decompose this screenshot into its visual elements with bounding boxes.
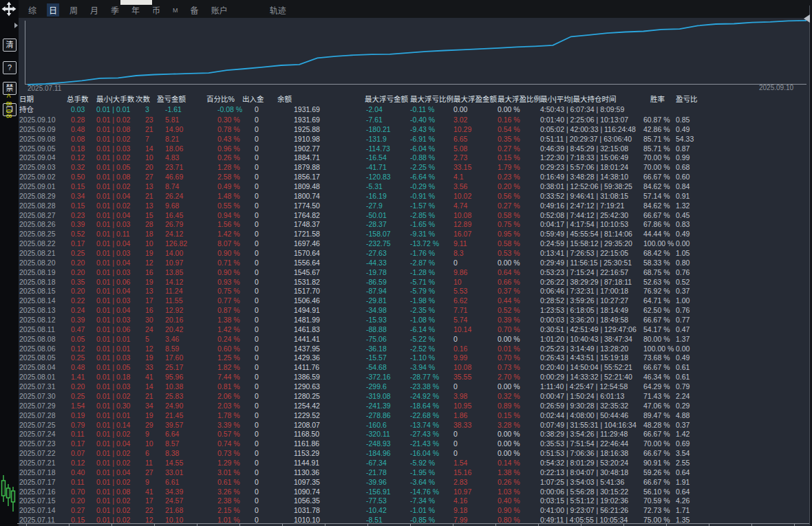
cell-max_float_profit: 3.98 [453, 392, 498, 402]
table-row[interactable]: 2025.09.100.280.01 | 0.02235.810.30 %019… [0, 116, 809, 125]
table-row[interactable]: 2025.08.270.230.01 | 0.041516.450.94 %01… [0, 211, 809, 221]
table-row[interactable]: 2025.08.011.410.01 | 0.184195.967.44 %01… [0, 373, 809, 382]
table-row[interactable]: 2025.09.040.120.01 | 0.02104.830.26 %018… [0, 153, 809, 163]
table-row[interactable]: 2025.08.130.240.01 | 0.041612.920.87 %01… [0, 306, 809, 316]
table-row[interactable]: 2025.07.210.120.01 | 0.021114.551.29 %01… [0, 459, 809, 468]
table-row[interactable]: 2025.08.280.150.01 | 0.02139.680.55 %017… [0, 201, 809, 211]
cell-max_float_loss: -15.93 [365, 316, 410, 325]
table-row[interactable]: 2025.08.050.250.01 | 0.031917.601.25 %01… [0, 353, 809, 363]
table-row[interactable]: 2025.09.090.480.01 | 0.082114.900.78 %01… [0, 125, 809, 135]
menu-item-备[interactable]: 备 [189, 3, 201, 17]
cell-max_float_profit: 4.74 [453, 201, 498, 211]
table-row[interactable]: 2025.08.120.390.01 | 0.033020.161.38 %01… [0, 316, 809, 325]
cell-min_max_lots: 0.01 | 0.08 [96, 173, 136, 182]
sidebar-expand-arrow-icon[interactable] [14, 23, 18, 28]
menu-item-年[interactable]: 年 [129, 3, 142, 17]
table-row[interactable]: 2025.09.080.080.01 | 0.0278.210.43 %0191… [0, 135, 809, 144]
table-row[interactable]: 2025.08.150.200.01 | 0.041311.240.75 %01… [0, 287, 809, 296]
cell-date: 2025.08.28 [19, 201, 67, 211]
menu-item-账户[interactable]: 账户 [209, 3, 230, 17]
table-row[interactable]: 2025.08.080.050.01 | 0.0153.460.24 %0144… [0, 335, 809, 344]
cell-max_float_loss: -27.9 [365, 201, 410, 211]
table-row[interactable]: 2025.08.140.220.01 | 0.031711.550.77 %01… [0, 296, 809, 306]
table-row[interactable]: 2025.08.290.340.01 | 0.042126.241.48 %01… [0, 192, 809, 201]
cell-win_rate: 66.67 % [643, 478, 676, 487]
table-row[interactable]: 2025.08.060.120.01 | 0.01128.590.60 %014… [0, 344, 809, 354]
menu-item-综[interactable]: 综 [26, 3, 39, 17]
table-row[interactable]: 2025.08.260.390.01 | 0.032826.791.56 %01… [0, 220, 809, 230]
table-row[interactable]: 2025.07.150.200.01 | 0.021724.572.38 %01… [0, 496, 809, 506]
cell-balance: 1153.29 [277, 449, 365, 459]
cell-win_rate: 47.06 % [643, 402, 676, 411]
cell-max_float_profit: 6.62 [453, 296, 498, 306]
cell-total_lots: 0.12 [67, 153, 96, 163]
cell-min_max_lots: 0.01 | 0.03 [96, 144, 136, 154]
table-row[interactable]: 2025.07.310.200.01 | 0.031410.380.81 %01… [0, 382, 809, 392]
header-pnl: 盈亏金额 [157, 94, 206, 105]
cell-pl_ratio: 0.68 [676, 163, 809, 173]
table-row[interactable]: 2025.08.040.480.01 | 0.053325.171.82 %01… [0, 363, 809, 373]
cell-max_float_loss_pct: -1.95 % [410, 468, 453, 478]
table-row[interactable]: 2025.09.030.320.01 | 0.052023.711.28 %01… [0, 163, 809, 173]
menu-item-月[interactable]: 月 [88, 3, 100, 17]
table-row[interactable]: 2025.07.180.400.01 | 0.042733.013.01 %01… [0, 468, 809, 478]
bottom-column-ruler[interactable] [17, 523, 809, 526]
table-row[interactable]: 2025.07.250.790.01 | 0.142939.573.39 %01… [0, 421, 809, 430]
menu-item-日[interactable]: 日 [47, 3, 59, 17]
cell-total_lots: 0.39 [67, 220, 96, 230]
cell-pl_ratio: 0.61 [676, 373, 809, 382]
cell-max_float_loss_pct: -13.74 % [410, 421, 453, 430]
table-row[interactable]: 2025.09.050.180.01 | 0.031418.060.96 %01… [0, 144, 809, 154]
position-row[interactable]: 持仓0.030.01 | 0.013-1.61-0.08 %01931.69-2… [0, 105, 809, 115]
cell-win_rate: 85.71 % [643, 135, 676, 144]
menu-item-M[interactable]: M [171, 6, 180, 14]
move-cross-icon[interactable] [1, 1, 17, 17]
menu-item-币[interactable]: 币 [150, 3, 162, 17]
table-row[interactable]: 2025.07.300.250.01 | 0.022125.832.06 %01… [0, 392, 809, 402]
table-row[interactable]: 2025.07.291.540.01 | 0.303424.902.03 %01… [0, 402, 809, 411]
table-row[interactable]: 2025.07.220.070.01 | 0.0268.380.73 %0115… [0, 449, 809, 459]
cell-max_float_profit_pct: 0.90 % [498, 506, 540, 516]
cell-max_float_profit: 35.55 [453, 373, 498, 382]
table-row[interactable]: 2025.08.200.200.01 | 0.041210.970.71 %01… [0, 259, 809, 268]
sidebar-button-1[interactable]: 清 [3, 39, 17, 52]
menu-item-季[interactable]: 季 [109, 3, 121, 17]
table-row[interactable]: 2025.08.250.520.01 | 0.111824.121.42 %01… [0, 230, 809, 239]
cell-cash_flow: 0 [242, 430, 277, 439]
table-row[interactable]: 2025.07.240.110.01 | 0.0296.640.57 %0116… [0, 430, 809, 439]
menu-item-track[interactable]: 轨迹 [268, 3, 288, 17]
cell-max_float_profit_pct: 0.26 % [498, 478, 540, 487]
table-row[interactable]: 2025.08.110.470.01 | 0.062420.421.42 %01… [0, 325, 809, 335]
cell-total_lots: 0.47 [67, 325, 96, 335]
cell-date: 2025.09.08 [19, 135, 67, 144]
cell-pnl: 39.57 [157, 421, 206, 430]
cell-balance: 1097.35 [277, 478, 365, 487]
table-row[interactable]: 2025.08.190.200.01 | 0.031613.850.90 %01… [0, 268, 809, 278]
cell-total_lots: 0.32 [67, 163, 96, 173]
menu-item-周[interactable]: 周 [67, 3, 80, 17]
collapse-panel-handle-icon[interactable] [804, 14, 810, 23]
cell-pct: 0.74 % [206, 439, 242, 449]
table-row[interactable]: 2025.08.220.170.01 | 0.0410126.828.07 %0… [0, 239, 809, 249]
cell-max_float_loss: -21.78 [365, 468, 410, 478]
table-row[interactable]: 2025.07.140.270.01 | 0.022221.682.15 %01… [0, 506, 809, 516]
table-row[interactable]: 2025.07.230.170.01 | 0.04108.570.74 %011… [0, 439, 809, 449]
table-row[interactable]: 2025.07.170.110.01 | 0.0296.610.61 %0109… [0, 478, 809, 487]
cell-balance: 1721.58 [277, 230, 365, 239]
table-row[interactable]: 2025.09.010.150.01 | 0.02138.740.49 %018… [0, 182, 809, 192]
table-row[interactable]: 2025.08.180.350.01 | 0.061914.120.93 %01… [0, 278, 809, 287]
table-row[interactable]: 2025.08.210.250.01 | 0.031914.000.90 %01… [0, 249, 809, 259]
sidebar-button-2[interactable]: ? [3, 61, 17, 74]
cell-max_float_profit_pct: 0.27 % [498, 144, 540, 154]
table-row[interactable]: 2025.09.020.500.01 | 0.082746.692.58 %01… [0, 173, 809, 182]
cell-pl_ratio: 54.33 [676, 135, 809, 144]
cell-max_float_loss: -44.33 [365, 259, 410, 268]
cell-pl_ratio: 3.54 [676, 449, 809, 459]
table-row[interactable]: 2025.07.280.190.01 | 0.011921.451.78 %01… [0, 411, 809, 421]
cell-max_float_loss: -50.01 [365, 211, 410, 221]
cell-max_float_profit_pct: 3.28 % [498, 421, 540, 430]
table-row[interactable]: 2025.07.160.700.01 | 0.084134.393.26 %01… [0, 487, 809, 497]
cell-win_rate: 76.92 % [643, 287, 676, 296]
header-trades: 次数 [136, 94, 157, 105]
cell-pl_ratio: 0.61 [676, 363, 809, 373]
